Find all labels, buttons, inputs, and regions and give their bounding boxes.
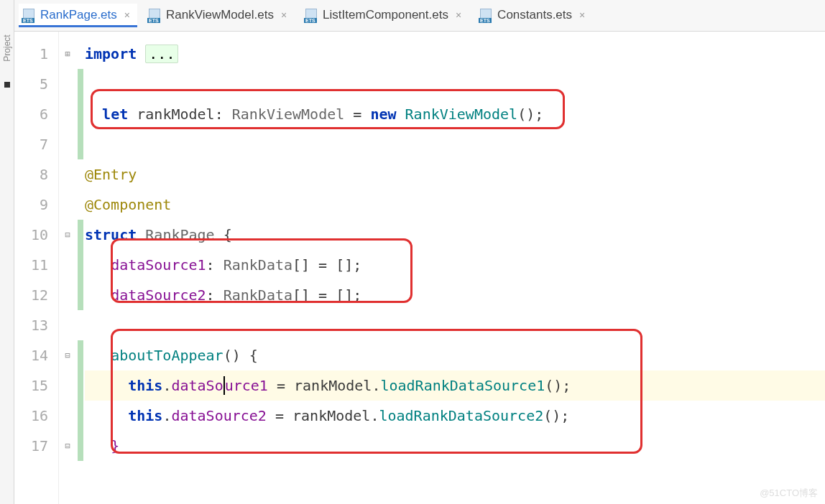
- line-number: 12: [14, 280, 48, 310]
- change-marker-bar: [76, 32, 85, 504]
- line-number: 5: [14, 69, 48, 99]
- code-line: [85, 310, 825, 340]
- change-marker: [78, 431, 83, 461]
- line-number: 11: [14, 250, 48, 280]
- code-line: @Component: [85, 190, 825, 220]
- line-number: 1: [14, 39, 48, 69]
- code-editor[interactable]: 1 5 6 7 8 9 10 11 12 13 14 15 16 17: [14, 32, 825, 504]
- change-marker: [78, 340, 83, 370]
- tab-constants[interactable]: Constants.ets ×: [476, 4, 592, 27]
- change-marker: [78, 250, 83, 280]
- side-tool-strip: Project: [0, 0, 14, 504]
- tab-bar: RankPage.ets × RankViewModel.ets × ListI…: [14, 0, 825, 32]
- change-marker: [78, 69, 83, 99]
- line-number: 16: [14, 401, 48, 431]
- code-line: [85, 129, 825, 159]
- ets-file-icon: [305, 9, 318, 22]
- gutter: 1 5 6 7 8 9 10 11 12 13 14 15 16 17: [14, 32, 59, 504]
- close-icon[interactable]: ×: [281, 9, 287, 21]
- tab-label: RankPage.ets: [40, 8, 117, 22]
- line-number: 10: [14, 220, 48, 250]
- ets-file-icon: [149, 9, 162, 22]
- tab-label: ListItemComponent.ets: [323, 8, 448, 22]
- close-icon[interactable]: ×: [456, 9, 461, 21]
- code-line: aboutToAppear() {: [85, 340, 825, 370]
- line-number: 13: [14, 310, 48, 340]
- side-toggle-icon[interactable]: [4, 82, 10, 88]
- change-marker: [78, 129, 83, 159]
- code-line: import ...: [85, 39, 825, 69]
- code-line: @Entry: [85, 159, 825, 190]
- fold-collapse-icon[interactable]: [59, 340, 76, 370]
- side-panel-label[interactable]: Project: [2, 34, 12, 61]
- line-number: 7: [14, 129, 48, 159]
- change-marker: [78, 220, 83, 250]
- watermark: @51CTO博客: [760, 487, 818, 500]
- tab-rankviewmodel[interactable]: RankViewModel.ets ×: [144, 4, 294, 27]
- ets-file-icon: [23, 9, 36, 22]
- line-number: 14: [14, 340, 48, 370]
- code-line: struct RankPage {: [85, 220, 825, 250]
- line-number: 15: [14, 370, 48, 401]
- change-marker: [78, 401, 83, 431]
- line-number: 8: [14, 159, 48, 190]
- line-number: 17: [14, 431, 48, 461]
- code-area[interactable]: import ... let rankModel: RankViewModel …: [85, 32, 825, 504]
- fold-collapse-icon[interactable]: [59, 220, 76, 250]
- tab-listitemcomponent[interactable]: ListItemComponent.ets ×: [301, 4, 469, 27]
- code-line: }: [85, 431, 825, 461]
- close-icon[interactable]: ×: [124, 9, 130, 21]
- ets-file-icon: [480, 9, 493, 22]
- tab-rankpage[interactable]: RankPage.ets ×: [19, 4, 137, 27]
- close-icon[interactable]: ×: [579, 9, 585, 21]
- line-number: 9: [14, 190, 48, 220]
- code-line: let rankModel: RankViewModel = new RankV…: [85, 99, 825, 129]
- code-line: dataSource2: RankData[] = [];: [85, 280, 825, 310]
- change-marker: [78, 280, 83, 310]
- change-marker: [78, 99, 83, 129]
- change-marker: [78, 370, 83, 401]
- code-line: this.dataSource2 = rankModel.loadRankDat…: [85, 401, 825, 431]
- fold-column: [59, 32, 76, 504]
- folded-region[interactable]: ...: [145, 45, 178, 63]
- fold-expand-icon[interactable]: [59, 39, 76, 69]
- fold-collapse-icon[interactable]: [59, 431, 76, 461]
- code-line: this.dataSource1 = rankModel.loadRankDat…: [85, 370, 825, 401]
- code-line: dataSource1: RankData[] = [];: [85, 250, 825, 280]
- tab-label: Constants.ets: [497, 8, 572, 22]
- line-number: 6: [14, 99, 48, 129]
- tab-label: RankViewModel.ets: [166, 8, 274, 22]
- code-line: [85, 69, 825, 99]
